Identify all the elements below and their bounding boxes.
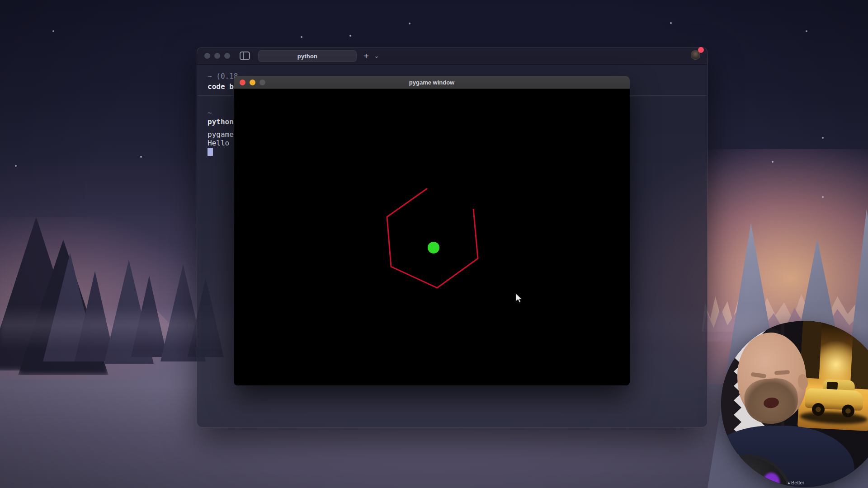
mouse-cursor <box>516 293 522 303</box>
notification-badge <box>698 47 704 53</box>
terminal-titlebar: python + ⌄ <box>197 47 707 65</box>
tab-python[interactable]: python <box>258 50 357 62</box>
chevron-down-icon[interactable]: ⌄ <box>373 50 381 62</box>
hexagon-outline <box>387 188 478 288</box>
close-button[interactable] <box>204 53 210 59</box>
watermark-text: Better <box>791 480 804 485</box>
sidebar-toggle-icon[interactable] <box>240 52 250 60</box>
tab-label: python <box>297 53 318 60</box>
new-tab-button[interactable]: + <box>361 49 372 63</box>
terminal-command-line: python <box>208 117 234 126</box>
desktop: python + ⌄ ~ (0.18 code b ~ python pygam… <box>0 0 868 488</box>
terminal-output-line: pygame <box>208 130 234 139</box>
pygame-canvas[interactable] <box>234 89 630 385</box>
pygame-scene <box>234 89 630 385</box>
car-window <box>826 382 838 389</box>
watermark-logo-icon: ▲ <box>787 481 790 485</box>
terminal-output-line: Hello <box>208 139 229 147</box>
terminal-prompt: ~ <box>208 108 212 117</box>
car-shadow <box>800 410 868 426</box>
webcam-watermark: ▲ Better <box>787 480 804 485</box>
minimize-button[interactable] <box>214 53 220 59</box>
window-title: pygame window <box>234 76 630 89</box>
zoom-button[interactable] <box>224 53 230 59</box>
terminal-cursor <box>208 148 213 156</box>
terminal-command-line: code b <box>208 82 234 91</box>
ball <box>428 242 439 253</box>
pygame-window: pygame window <box>234 76 630 385</box>
pygame-titlebar: pygame window <box>234 76 630 89</box>
